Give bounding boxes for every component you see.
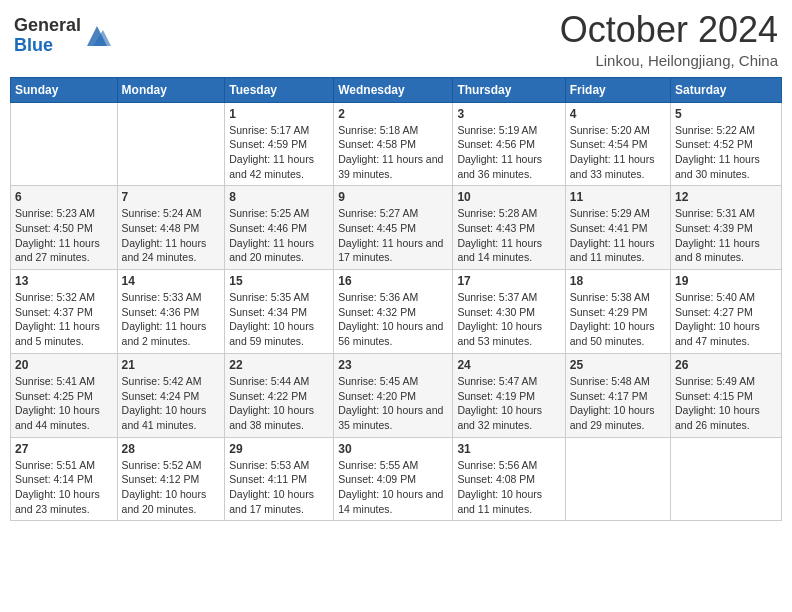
day-number: 23: [338, 358, 448, 372]
day-cell: 13Sunrise: 5:32 AMSunset: 4:37 PMDayligh…: [11, 270, 118, 354]
day-number: 4: [570, 107, 666, 121]
day-cell: 8Sunrise: 5:25 AMSunset: 4:46 PMDaylight…: [225, 186, 334, 270]
col-friday: Friday: [565, 77, 670, 102]
day-number: 2: [338, 107, 448, 121]
day-cell: 10Sunrise: 5:28 AMSunset: 4:43 PMDayligh…: [453, 186, 565, 270]
day-info: Sunrise: 5:31 AMSunset: 4:39 PMDaylight:…: [675, 206, 777, 265]
day-cell: 31Sunrise: 5:56 AMSunset: 4:08 PMDayligh…: [453, 437, 565, 521]
day-number: 14: [122, 274, 221, 288]
day-number: 16: [338, 274, 448, 288]
day-cell: 7Sunrise: 5:24 AMSunset: 4:48 PMDaylight…: [117, 186, 225, 270]
day-cell: 28Sunrise: 5:52 AMSunset: 4:12 PMDayligh…: [117, 437, 225, 521]
day-cell: 4Sunrise: 5:20 AMSunset: 4:54 PMDaylight…: [565, 102, 670, 186]
day-info: Sunrise: 5:22 AMSunset: 4:52 PMDaylight:…: [675, 123, 777, 182]
day-cell: 1Sunrise: 5:17 AMSunset: 4:59 PMDaylight…: [225, 102, 334, 186]
day-info: Sunrise: 5:32 AMSunset: 4:37 PMDaylight:…: [15, 290, 113, 349]
day-info: Sunrise: 5:28 AMSunset: 4:43 PMDaylight:…: [457, 206, 560, 265]
day-number: 15: [229, 274, 329, 288]
day-cell: 25Sunrise: 5:48 AMSunset: 4:17 PMDayligh…: [565, 353, 670, 437]
day-cell: 22Sunrise: 5:44 AMSunset: 4:22 PMDayligh…: [225, 353, 334, 437]
day-info: Sunrise: 5:23 AMSunset: 4:50 PMDaylight:…: [15, 206, 113, 265]
day-cell: 17Sunrise: 5:37 AMSunset: 4:30 PMDayligh…: [453, 270, 565, 354]
day-cell: [565, 437, 670, 521]
day-info: Sunrise: 5:56 AMSunset: 4:08 PMDaylight:…: [457, 458, 560, 517]
day-cell: 23Sunrise: 5:45 AMSunset: 4:20 PMDayligh…: [334, 353, 453, 437]
day-number: 19: [675, 274, 777, 288]
calendar-table: Sunday Monday Tuesday Wednesday Thursday…: [10, 77, 782, 522]
day-info: Sunrise: 5:29 AMSunset: 4:41 PMDaylight:…: [570, 206, 666, 265]
day-info: Sunrise: 5:20 AMSunset: 4:54 PMDaylight:…: [570, 123, 666, 182]
day-cell: 19Sunrise: 5:40 AMSunset: 4:27 PMDayligh…: [671, 270, 782, 354]
day-info: Sunrise: 5:53 AMSunset: 4:11 PMDaylight:…: [229, 458, 329, 517]
logo-text: General Blue: [14, 16, 81, 56]
day-info: Sunrise: 5:55 AMSunset: 4:09 PMDaylight:…: [338, 458, 448, 517]
day-info: Sunrise: 5:25 AMSunset: 4:46 PMDaylight:…: [229, 206, 329, 265]
day-cell: 18Sunrise: 5:38 AMSunset: 4:29 PMDayligh…: [565, 270, 670, 354]
day-info: Sunrise: 5:49 AMSunset: 4:15 PMDaylight:…: [675, 374, 777, 433]
col-wednesday: Wednesday: [334, 77, 453, 102]
day-number: 21: [122, 358, 221, 372]
day-cell: 2Sunrise: 5:18 AMSunset: 4:58 PMDaylight…: [334, 102, 453, 186]
day-number: 8: [229, 190, 329, 204]
day-number: 6: [15, 190, 113, 204]
day-cell: 3Sunrise: 5:19 AMSunset: 4:56 PMDaylight…: [453, 102, 565, 186]
day-info: Sunrise: 5:41 AMSunset: 4:25 PMDaylight:…: [15, 374, 113, 433]
day-cell: 29Sunrise: 5:53 AMSunset: 4:11 PMDayligh…: [225, 437, 334, 521]
day-number: 10: [457, 190, 560, 204]
day-info: Sunrise: 5:17 AMSunset: 4:59 PMDaylight:…: [229, 123, 329, 182]
day-number: 30: [338, 442, 448, 456]
day-number: 26: [675, 358, 777, 372]
day-cell: 27Sunrise: 5:51 AMSunset: 4:14 PMDayligh…: [11, 437, 118, 521]
title-block: October 2024 Linkou, Heilongjiang, China: [560, 10, 778, 69]
day-info: Sunrise: 5:52 AMSunset: 4:12 PMDaylight:…: [122, 458, 221, 517]
logo-icon: [83, 22, 111, 50]
day-cell: 26Sunrise: 5:49 AMSunset: 4:15 PMDayligh…: [671, 353, 782, 437]
logo-general: General: [14, 15, 81, 35]
day-cell: 11Sunrise: 5:29 AMSunset: 4:41 PMDayligh…: [565, 186, 670, 270]
day-number: 3: [457, 107, 560, 121]
week-row-2: 6Sunrise: 5:23 AMSunset: 4:50 PMDaylight…: [11, 186, 782, 270]
day-cell: 30Sunrise: 5:55 AMSunset: 4:09 PMDayligh…: [334, 437, 453, 521]
day-cell: [671, 437, 782, 521]
day-cell: 15Sunrise: 5:35 AMSunset: 4:34 PMDayligh…: [225, 270, 334, 354]
day-number: 29: [229, 442, 329, 456]
day-cell: 9Sunrise: 5:27 AMSunset: 4:45 PMDaylight…: [334, 186, 453, 270]
logo-blue: Blue: [14, 35, 53, 55]
day-info: Sunrise: 5:35 AMSunset: 4:34 PMDaylight:…: [229, 290, 329, 349]
col-sunday: Sunday: [11, 77, 118, 102]
header-row: Sunday Monday Tuesday Wednesday Thursday…: [11, 77, 782, 102]
day-number: 9: [338, 190, 448, 204]
day-info: Sunrise: 5:40 AMSunset: 4:27 PMDaylight:…: [675, 290, 777, 349]
day-info: Sunrise: 5:33 AMSunset: 4:36 PMDaylight:…: [122, 290, 221, 349]
day-cell: 12Sunrise: 5:31 AMSunset: 4:39 PMDayligh…: [671, 186, 782, 270]
week-row-4: 20Sunrise: 5:41 AMSunset: 4:25 PMDayligh…: [11, 353, 782, 437]
day-number: 24: [457, 358, 560, 372]
day-info: Sunrise: 5:24 AMSunset: 4:48 PMDaylight:…: [122, 206, 221, 265]
day-number: 11: [570, 190, 666, 204]
day-number: 1: [229, 107, 329, 121]
day-cell: 24Sunrise: 5:47 AMSunset: 4:19 PMDayligh…: [453, 353, 565, 437]
col-saturday: Saturday: [671, 77, 782, 102]
day-cell: [117, 102, 225, 186]
week-row-3: 13Sunrise: 5:32 AMSunset: 4:37 PMDayligh…: [11, 270, 782, 354]
col-monday: Monday: [117, 77, 225, 102]
day-number: 5: [675, 107, 777, 121]
day-info: Sunrise: 5:48 AMSunset: 4:17 PMDaylight:…: [570, 374, 666, 433]
week-row-5: 27Sunrise: 5:51 AMSunset: 4:14 PMDayligh…: [11, 437, 782, 521]
day-info: Sunrise: 5:36 AMSunset: 4:32 PMDaylight:…: [338, 290, 448, 349]
day-number: 17: [457, 274, 560, 288]
day-info: Sunrise: 5:44 AMSunset: 4:22 PMDaylight:…: [229, 374, 329, 433]
location: Linkou, Heilongjiang, China: [560, 52, 778, 69]
calendar-body: 1Sunrise: 5:17 AMSunset: 4:59 PMDaylight…: [11, 102, 782, 521]
day-cell: 21Sunrise: 5:42 AMSunset: 4:24 PMDayligh…: [117, 353, 225, 437]
day-info: Sunrise: 5:51 AMSunset: 4:14 PMDaylight:…: [15, 458, 113, 517]
day-number: 27: [15, 442, 113, 456]
day-cell: 5Sunrise: 5:22 AMSunset: 4:52 PMDaylight…: [671, 102, 782, 186]
day-number: 20: [15, 358, 113, 372]
day-info: Sunrise: 5:37 AMSunset: 4:30 PMDaylight:…: [457, 290, 560, 349]
day-info: Sunrise: 5:38 AMSunset: 4:29 PMDaylight:…: [570, 290, 666, 349]
day-number: 22: [229, 358, 329, 372]
col-tuesday: Tuesday: [225, 77, 334, 102]
day-cell: 16Sunrise: 5:36 AMSunset: 4:32 PMDayligh…: [334, 270, 453, 354]
col-thursday: Thursday: [453, 77, 565, 102]
